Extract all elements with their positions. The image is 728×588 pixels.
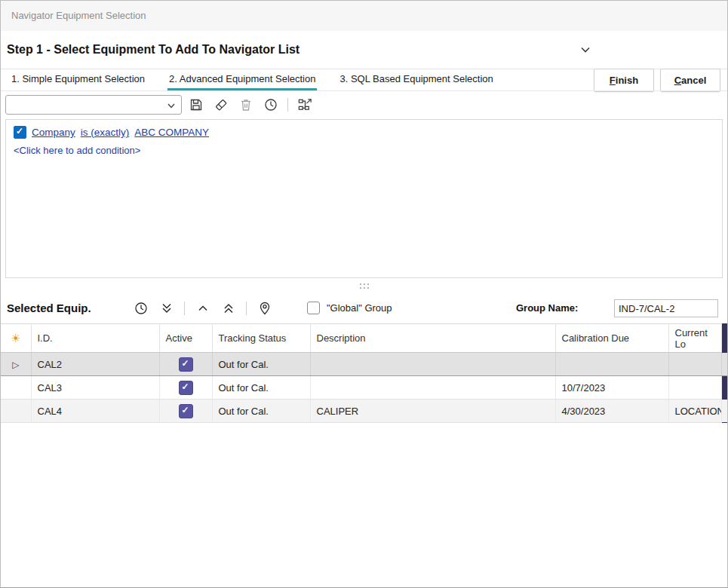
navigator-equipment-selection-window: Navigator Equipment Selection Step 1 - S… bbox=[0, 0, 728, 588]
condition-row: Company is (exactly) ABC COMPANY bbox=[14, 126, 714, 139]
grid-right-strip bbox=[721, 400, 728, 423]
eraser-icon[interactable] bbox=[213, 97, 229, 113]
section-title: Selected Equip. bbox=[7, 293, 91, 323]
clock-icon[interactable] bbox=[133, 301, 149, 317]
cell-description bbox=[310, 353, 555, 376]
condition-checkbox[interactable] bbox=[14, 126, 26, 139]
cell-current-location: LOCATION bbox=[668, 400, 721, 423]
condition-value-link[interactable]: ABC COMPANY bbox=[134, 127, 209, 138]
cell-active bbox=[159, 376, 212, 400]
page-title: Step 1 - Select Equipment To Add To Navi… bbox=[7, 31, 299, 69]
table-row[interactable]: CAL4 Out for Cal. CALIPER 4/30/2023 LOCA… bbox=[1, 400, 728, 423]
column-header-tracking-status[interactable]: Tracking Status bbox=[212, 324, 310, 353]
save-icon[interactable] bbox=[188, 97, 204, 113]
table-row[interactable]: CAL3 Out for Cal. 10/7/2023 bbox=[1, 376, 728, 400]
grid-right-strip bbox=[721, 353, 728, 376]
pane-splitter[interactable] bbox=[1, 281, 727, 290]
saved-filter-dropdown[interactable] bbox=[5, 95, 182, 115]
cell-current-location bbox=[668, 376, 721, 400]
splitter-grip-icon bbox=[358, 283, 370, 289]
condition-field-link[interactable]: Company bbox=[32, 127, 75, 138]
row-indicator[interactable] bbox=[1, 376, 31, 400]
row-indicator[interactable] bbox=[1, 400, 31, 423]
cell-calibration-due bbox=[555, 353, 668, 376]
toolbar-separator bbox=[287, 98, 288, 112]
condition-operator-link[interactable]: is (exactly) bbox=[81, 127, 130, 138]
global-group-label: "Global" Group bbox=[327, 293, 392, 323]
cell-id: CAL3 bbox=[31, 376, 159, 400]
double-chevron-up-icon[interactable] bbox=[220, 301, 236, 317]
filter-toolbar bbox=[1, 92, 727, 118]
sun-icon: ☀ bbox=[11, 332, 20, 345]
active-checkbox[interactable] bbox=[179, 381, 193, 395]
cell-id: CAL4 bbox=[31, 400, 159, 423]
condition-builder: Company is (exactly) ABC COMPANY <Click … bbox=[5, 119, 723, 278]
cell-calibration-due: 4/30/2023 bbox=[555, 400, 668, 423]
cell-description bbox=[310, 376, 555, 400]
cell-active bbox=[159, 400, 212, 423]
active-checkbox[interactable] bbox=[179, 404, 193, 418]
trash-icon[interactable] bbox=[238, 97, 253, 113]
chevron-up-icon[interactable] bbox=[195, 301, 210, 317]
grid-right-strip bbox=[721, 376, 728, 400]
cell-current-location bbox=[668, 353, 721, 376]
column-header-current-location[interactable]: Current Lo bbox=[668, 324, 721, 353]
selected-equipment-table: ☀ I.D. Active Tracking Status Descriptio… bbox=[1, 323, 728, 423]
table-row[interactable]: ▷ CAL2 Out for Cal. bbox=[1, 353, 728, 376]
table-header-row: ☀ I.D. Active Tracking Status Descriptio… bbox=[1, 324, 728, 353]
selection-mode-tabs: 1. Simple Equipment Selection 2. Advance… bbox=[1, 69, 727, 91]
cell-calibration-due: 10/7/2023 bbox=[555, 376, 668, 400]
cell-tracking-status: Out for Cal. bbox=[212, 400, 310, 423]
grid-options-button[interactable]: ☀ bbox=[1, 324, 31, 353]
column-header-calibration-due[interactable]: Calibration Due bbox=[555, 324, 668, 353]
chevron-down-icon bbox=[166, 100, 177, 111]
cell-id: CAL2 bbox=[31, 353, 159, 376]
group-name-input[interactable] bbox=[614, 299, 718, 317]
active-checkbox[interactable] bbox=[179, 357, 193, 372]
window-title: Navigator Equipment Selection bbox=[11, 1, 146, 31]
tab-advanced-equipment-selection[interactable]: 2. Advanced Equipment Selection bbox=[167, 69, 317, 90]
clock-icon[interactable] bbox=[263, 97, 278, 113]
section-separator bbox=[184, 302, 185, 315]
selected-equipment-section-bar: Selected Equip. bbox=[1, 293, 727, 323]
chevron-down-icon[interactable] bbox=[579, 43, 592, 57]
hierarchy-icon[interactable] bbox=[297, 97, 313, 113]
row-pointer-icon: ▷ bbox=[12, 360, 19, 370]
tab-sql-based-equipment-selection[interactable]: 3. SQL Based Equipment Selection bbox=[338, 69, 494, 90]
column-header-id[interactable]: I.D. bbox=[31, 324, 159, 353]
location-pin-icon[interactable] bbox=[256, 301, 272, 317]
section-separator bbox=[246, 302, 247, 315]
tab-simple-equipment-selection[interactable]: 1. Simple Equipment Selection bbox=[10, 69, 146, 90]
cell-tracking-status: Out for Cal. bbox=[212, 376, 310, 400]
row-indicator[interactable]: ▷ bbox=[1, 353, 31, 376]
step-header: Step 1 - Select Equipment To Add To Navi… bbox=[1, 31, 727, 69]
column-header-active[interactable]: Active bbox=[159, 324, 212, 353]
title-bar: Navigator Equipment Selection bbox=[1, 1, 727, 31]
global-group-checkbox[interactable] bbox=[307, 302, 320, 314]
grid-right-strip bbox=[721, 324, 728, 353]
cell-active bbox=[159, 353, 212, 376]
column-header-description[interactable]: Description bbox=[310, 324, 555, 353]
group-name-label: Group Name: bbox=[516, 293, 578, 323]
cell-tracking-status: Out for Cal. bbox=[212, 353, 310, 376]
double-chevron-down-icon[interactable] bbox=[158, 301, 174, 317]
cell-description: CALIPER bbox=[310, 400, 555, 423]
add-condition-link[interactable]: <Click here to add condition> bbox=[14, 145, 714, 156]
